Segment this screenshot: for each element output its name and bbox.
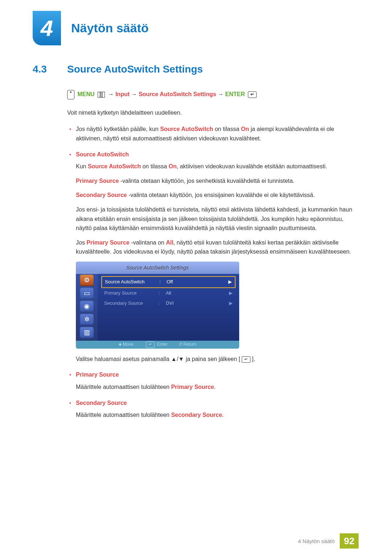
term-primary-source: Primary Source xyxy=(76,178,119,184)
enter-icon xyxy=(248,91,257,98)
body-text: Valitse haluamasi asetus painamalla ▲/▼ … xyxy=(76,354,359,364)
arrow-icon: → xyxy=(218,91,224,97)
page-number: 92 xyxy=(340,533,359,549)
colon: : xyxy=(159,290,166,297)
osd-move-hint: ◆ Move xyxy=(119,341,134,348)
body-text: ja paina sen jälkeen [ xyxy=(184,356,240,362)
osd-row-label: Source AutoSwitch xyxy=(105,278,159,286)
body-text: Jos Primary Source -valintana on All, nä… xyxy=(76,238,359,257)
term-primary-source: Primary Source xyxy=(171,384,214,390)
diamond-icon: ◆ xyxy=(119,342,122,346)
remote-icon xyxy=(67,90,74,99)
intro-text: Voit nimetä kytketyn lähdelaitteen uudel… xyxy=(67,108,359,118)
list-item: Jos näyttö kytketään päälle, kun Source … xyxy=(67,124,359,143)
menu-icon xyxy=(98,92,105,98)
term-source-autoswitch: Source AutoSwitch xyxy=(160,126,213,132)
colon: : xyxy=(159,278,167,286)
body-text: Jos xyxy=(76,239,86,246)
osd-enter-label: Enter xyxy=(157,342,168,347)
plug-icon: ⚙ xyxy=(80,275,94,286)
body-text: . xyxy=(222,412,224,418)
term-on: On xyxy=(169,163,177,169)
body-text: Kun xyxy=(76,163,88,169)
nav-enter-label: ENTER xyxy=(225,91,245,97)
play-icon: ▶ xyxy=(229,300,233,307)
osd-row-selected: Source AutoSwitch : Off ▶ xyxy=(101,276,236,288)
section-title: Source AutoSwitch Settings xyxy=(67,63,203,75)
osd-enter-hint: Enter xyxy=(144,341,168,348)
term-source-autoswitch: Source AutoSwitch xyxy=(88,163,141,169)
body-text: Primary Source -valinta otetaan käyttöön… xyxy=(76,176,359,186)
settings-icon: ✲ xyxy=(80,314,94,325)
list-item: Secondary Source Määrittele automaattise… xyxy=(67,398,359,420)
nav-menu-label: MENU xyxy=(77,91,94,97)
body-text: -valinta otetaan käyttöön, jos ensisijai… xyxy=(127,192,315,198)
body-text: -valintana on xyxy=(130,239,166,246)
nav-input-label: Input xyxy=(115,91,130,97)
footer-chapter-label: 4 Näytön säätö xyxy=(298,538,335,544)
term-secondary-source: Secondary Source xyxy=(171,412,222,418)
sound-icon: ◉ xyxy=(80,301,94,312)
body-text: ]. xyxy=(252,356,255,362)
osd-return-hint: ↺ Return xyxy=(179,341,196,348)
up-down-icon: ▲/▼ xyxy=(171,356,184,362)
chapter-header: 4 Näytön säätö xyxy=(33,11,149,45)
osd-row-value: DVI xyxy=(166,300,188,307)
osd-screenshot: Source AutoSwitch Settings ⚙ ▭ ◉ ✲ ▥ Sou… xyxy=(76,262,239,349)
osd-row-label: Primary Source xyxy=(104,290,159,297)
nav-target-label: Source AutoSwitch Settings xyxy=(139,91,216,97)
term-primary-source: Primary Source xyxy=(86,239,129,246)
body-text: -valinta otetaan käyttöön, jos senhetkis… xyxy=(119,178,294,184)
body-text: . xyxy=(214,384,216,390)
enter-icon xyxy=(146,341,155,348)
osd-move-label: Move xyxy=(123,342,133,347)
heading-secondary-source: Secondary Source xyxy=(76,400,127,406)
content-body: MENU → Input → Source AutoSwitch Setting… xyxy=(67,90,359,420)
heading-primary-source: Primary Source xyxy=(76,372,119,378)
return-icon: ↺ xyxy=(179,342,182,347)
heading-source-autoswitch: Source AutoSwitch xyxy=(76,151,129,157)
body-text: Jos näyttö kytketään päälle, kun xyxy=(76,126,160,132)
body-text: on tilassa xyxy=(213,126,241,132)
osd-row: Secondary Source : DVI ▶ xyxy=(101,298,236,309)
term-on: On xyxy=(241,126,249,132)
body-text: Määrittele automaattisen tulolähteen xyxy=(76,384,171,390)
chapter-title: Näytön säätö xyxy=(71,21,149,35)
section-number: 4.3 xyxy=(33,63,67,75)
body-text: Secondary Source -valinta otetaan käyttö… xyxy=(76,190,359,200)
section-header: 4.3 Source AutoSwitch Settings xyxy=(33,63,359,75)
body-text: on tilassa xyxy=(141,163,168,169)
arrow-icon: → xyxy=(108,91,114,97)
osd-sidebar: ⚙ ▭ ◉ ✲ ▥ xyxy=(76,272,98,341)
term-secondary-source: Secondary Source xyxy=(76,192,127,198)
term-all: All xyxy=(166,239,173,246)
body-text: Määrittele automaattisen tulolähteen xyxy=(76,412,171,418)
osd-row: Primary Source : All ▶ xyxy=(101,288,236,299)
play-icon: ▶ xyxy=(228,278,232,286)
osd-row-value: Off xyxy=(167,278,188,286)
body-text: Määrittele automaattisen tulolähteen Pri… xyxy=(76,382,359,392)
osd-footer: ◆ Move Enter ↺ Return xyxy=(76,341,239,349)
play-icon: ▶ xyxy=(229,290,233,297)
picture-icon: ▭ xyxy=(80,288,94,299)
menu-navigation-path: MENU → Input → Source AutoSwitch Setting… xyxy=(67,90,359,99)
osd-return-label: Return xyxy=(183,342,196,347)
document-page: 4 Näytön säätö 4.3 Source AutoSwitch Set… xyxy=(0,0,392,554)
page-footer: 4 Näytön säätö 92 xyxy=(298,533,359,549)
list-item: Primary Source Määrittele automaattisen … xyxy=(67,370,359,391)
list-item: Source AutoSwitch Kun Source AutoSwitch … xyxy=(67,150,359,364)
osd-row-value: All xyxy=(166,290,188,297)
arrow-icon: → xyxy=(131,91,137,97)
osd-title: Source AutoSwitch Settings xyxy=(76,262,239,274)
body-text: Määrittele automaattisen tulolähteen Sec… xyxy=(76,410,359,420)
enter-icon xyxy=(242,356,250,363)
body-text: Kun Source AutoSwitch on tilassa On, akt… xyxy=(76,162,359,171)
body-text: Jos ensi- ja toissijaista tulolähdettä e… xyxy=(76,205,359,233)
osd-menu-list: Source AutoSwitch : Off ▶ Primary Source… xyxy=(101,276,236,309)
colon: : xyxy=(159,300,166,307)
multi-icon: ▥ xyxy=(80,327,94,338)
osd-row-label: Secondary Source xyxy=(104,300,159,307)
body-text: , aktiivisen videokuvan kuvalähde etsitä… xyxy=(177,163,327,169)
chapter-number-badge: 4 xyxy=(33,11,61,45)
body-text: Valitse haluamasi asetus painamalla xyxy=(76,356,171,362)
